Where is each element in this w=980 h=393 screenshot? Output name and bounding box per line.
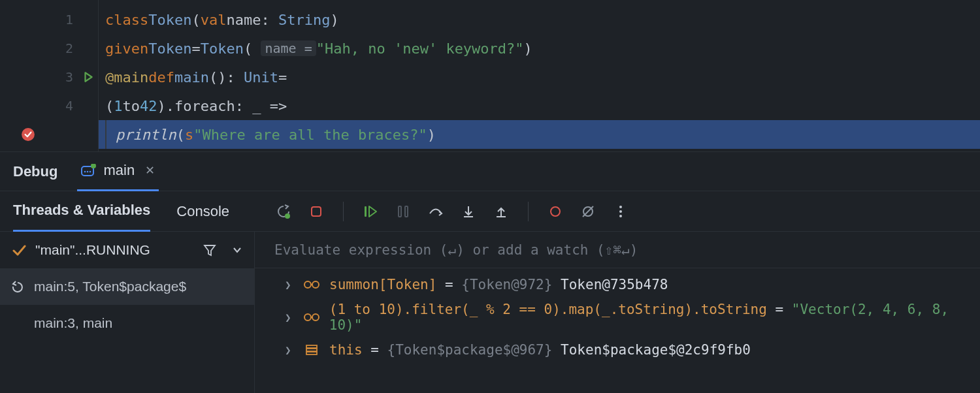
debug-tab-label: main: [103, 162, 135, 179]
gutter-line[interactable]: 1: [0, 5, 98, 34]
svg-point-23: [312, 314, 319, 321]
frames-pane: "main"...RUNNING main:5, Token$package$ …: [0, 232, 255, 393]
variable-row[interactable]: ❯ this = {Token$package$@967} Token$pack…: [255, 334, 980, 366]
glasses-icon: [303, 313, 320, 322]
svg-point-22: [304, 314, 311, 321]
svg-rect-10: [405, 206, 408, 217]
gutter-line[interactable]: 3: [0, 63, 98, 91]
rerun-icon[interactable]: [274, 202, 293, 221]
variable-row[interactable]: ❯ (1 to 10).filter(_ % 2 == 0).map(_.toS…: [255, 301, 980, 334]
svg-rect-8: [365, 206, 367, 217]
tab-threads-variables[interactable]: Threads & Variables: [13, 191, 150, 232]
svg-rect-27: [306, 352, 317, 354]
debug-tab-icon: [81, 164, 97, 177]
svg-point-6: [285, 213, 290, 219]
step-over-icon[interactable]: [426, 202, 446, 221]
step-out-icon[interactable]: [491, 202, 511, 221]
svg-point-4: [90, 171, 91, 173]
svg-point-18: [619, 215, 622, 217]
code-line[interactable]: given Token = Token( name = "Hah, no 'ne…: [99, 34, 980, 63]
debug-title: Debug: [13, 163, 57, 180]
view-breakpoints-icon[interactable]: [546, 202, 565, 221]
debug-toolbar: Threads & Variables Console: [0, 191, 980, 232]
code-line[interactable]: class Token(val name: String): [99, 5, 980, 34]
stack-frame[interactable]: main:3, main: [0, 305, 254, 341]
close-icon[interactable]: ✕: [145, 163, 155, 178]
resume-icon[interactable]: [361, 202, 380, 221]
svg-point-5: [91, 164, 96, 168]
svg-point-20: [312, 281, 319, 288]
check-icon: [12, 243, 26, 257]
restart-frame-icon[interactable]: [12, 281, 25, 292]
evaluate-expression-input[interactable]: Evaluate expression (↵) or add a watch (…: [255, 232, 980, 268]
svg-rect-9: [399, 206, 401, 217]
gutter-line[interactable]: 2: [0, 34, 98, 63]
svg-rect-25: [306, 345, 317, 348]
inlay-hint: name =: [261, 40, 316, 56]
indent-guide: [105, 120, 106, 149]
svg-rect-26: [306, 349, 317, 351]
code-line[interactable]: @main def main(): Unit =: [99, 63, 980, 91]
svg-point-19: [304, 281, 311, 288]
svg-rect-7: [312, 207, 321, 216]
run-gutter-icon[interactable]: [82, 71, 94, 83]
variable-row[interactable]: ❯ summon[Token] = {Token@972} Token@735b…: [255, 268, 980, 301]
glasses-icon: [303, 280, 320, 289]
tab-console[interactable]: Console: [176, 191, 229, 232]
object-icon: [303, 344, 320, 356]
breakpoint-icon[interactable]: [21, 127, 35, 142]
svg-point-13: [551, 207, 560, 216]
pause-icon[interactable]: [393, 202, 413, 221]
debug-tool-window: Debug main ✕ Threads & Variables Console: [0, 151, 980, 393]
stop-icon[interactable]: [306, 202, 326, 221]
debug-titlebar: Debug main ✕: [0, 152, 980, 191]
gutter-line[interactable]: 4: [0, 91, 98, 120]
step-into-icon[interactable]: [459, 202, 478, 221]
code-editor: 1 2 3 4 class Token(val name: String) gi…: [0, 0, 980, 151]
filter-icon[interactable]: [203, 244, 216, 257]
chevron-right-icon[interactable]: ❯: [285, 279, 294, 291]
code-line[interactable]: (1 to 42).foreach: _ =>: [99, 91, 980, 120]
debug-session-tab[interactable]: main ✕: [77, 152, 159, 191]
stack-frame-label: main:3, main: [34, 315, 112, 331]
variables-pane: Evaluate expression (↵) or add a watch (…: [255, 232, 980, 393]
svg-point-16: [619, 206, 622, 208]
gutter-line[interactable]: [0, 120, 98, 149]
stack-frame-label: main:5, Token$package$: [34, 279, 186, 294]
chevron-right-icon[interactable]: ❯: [285, 344, 294, 356]
thread-status-label: "main"...RUNNING: [35, 242, 194, 258]
thread-status-row[interactable]: "main"...RUNNING: [0, 232, 254, 268]
more-icon[interactable]: [611, 202, 630, 221]
stack-frame[interactable]: main:5, Token$package$: [0, 268, 254, 305]
code-line-current[interactable]: println(s"Where are all the braces?"): [99, 120, 980, 149]
svg-point-3: [87, 171, 89, 173]
svg-point-17: [619, 210, 622, 213]
svg-point-2: [84, 171, 86, 173]
svg-point-0: [22, 128, 35, 141]
chevron-down-icon[interactable]: [232, 245, 242, 255]
gutter: 1 2 3 4: [0, 0, 98, 151]
code-area[interactable]: class Token(val name: String) given Toke…: [98, 0, 980, 151]
chevron-right-icon[interactable]: ❯: [285, 311, 294, 324]
mute-breakpoints-icon[interactable]: [578, 202, 598, 221]
